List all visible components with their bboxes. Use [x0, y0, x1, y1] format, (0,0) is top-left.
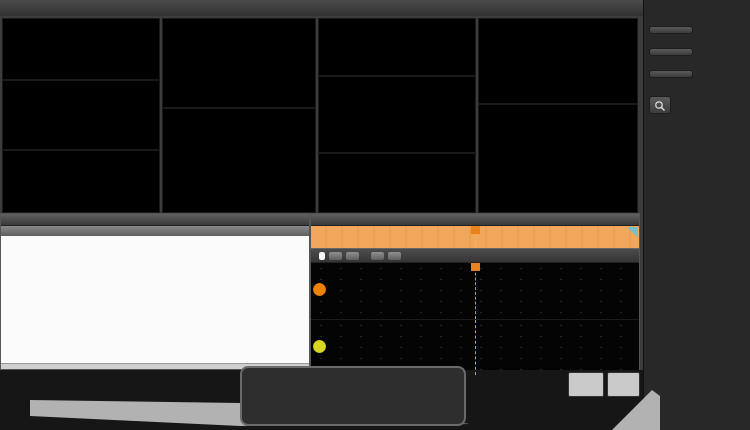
h-zoom-minus-button[interactable] [346, 252, 359, 260]
h-zoom-plus-button[interactable] [329, 252, 342, 260]
measurement-results-panel [0, 213, 310, 370]
zoom-controls-bar [311, 249, 639, 263]
search-icon [654, 100, 666, 112]
waveform-view-panel [310, 213, 640, 370]
waveform-view-titlebar[interactable] [311, 214, 639, 226]
trigger-flag-icon[interactable] [471, 226, 480, 234]
trigger-line [475, 263, 476, 319]
v-zoom-minus-button[interactable] [388, 252, 401, 260]
results-table-body [1, 236, 309, 363]
math2-marker-badge[interactable] [313, 340, 326, 353]
results-table-header [1, 226, 309, 236]
plot-eye-diagram-meas1[interactable] [162, 18, 316, 108]
magnified-badge-callout [240, 366, 466, 426]
plot-tie-histogram-meas4[interactable] [318, 18, 476, 76]
plot-composite-jitter-histogram-meas1[interactable] [2, 80, 160, 150]
tekscope-window [0, 0, 750, 430]
menu-bar [0, 0, 750, 16]
measure-button[interactable] [649, 48, 693, 56]
cursors-button[interactable] [649, 26, 693, 34]
plot-bathtub-meas4[interactable] [318, 153, 476, 213]
search-button[interactable] [649, 96, 671, 114]
waveform-overview-bar[interactable] [311, 226, 639, 249]
horizontal-badge[interactable] [568, 372, 604, 397]
plot-bathtub-meas1[interactable] [2, 150, 160, 213]
plot-eye-diagram-meas4[interactable] [478, 18, 638, 104]
trigger-line [475, 320, 476, 375]
h-zoom-scale-value[interactable] [319, 252, 325, 260]
math1-marker-badge[interactable] [313, 283, 326, 296]
plot-composite-jitter-histogram-meas4[interactable] [318, 76, 476, 153]
acquired-signal-waveform[interactable] [311, 263, 639, 320]
v-zoom-plus-button[interactable] [371, 252, 384, 260]
acquisition-badge[interactable] [607, 372, 640, 397]
results-sidebar [643, 0, 750, 430]
plot-tie-spectrum-meas4[interactable] [478, 104, 638, 213]
measurement-results-titlebar[interactable] [1, 214, 309, 226]
trigger-flag-icon [471, 263, 480, 271]
results-table-button[interactable] [649, 70, 693, 78]
plot-tie-histogram-meas1[interactable] [2, 18, 160, 80]
plot-tie-spectrum-meas1[interactable] [162, 108, 316, 213]
zoom-tool-icon[interactable] [627, 227, 638, 238]
